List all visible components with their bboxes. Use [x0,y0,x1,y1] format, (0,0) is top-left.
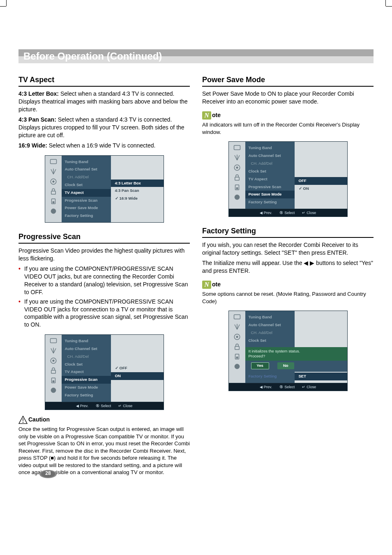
osd-menu-list: Tuning Band Auto Channel Set CH. Add/Del… [62,335,111,402]
osd-menu-list: Tuning Band Auto Channel Set CH. Add/Del… [62,156,111,223]
close-hint: Close [302,210,316,215]
speaker-icon [48,376,59,385]
osd-menu-list: Tuning Band Auto Channel Set CH. Add/Del… [245,142,295,209]
close-hint: Close [302,385,316,389]
note-icon: N [202,281,211,289]
list-item: CH. Add/Del [245,329,295,337]
list-item: Progressive Scan [62,197,111,205]
prev-hint: Prev. [76,403,88,408]
osd-icon-rail [45,156,62,223]
list-item-selected: TV Aspect [62,189,111,197]
yes-button: Yes [251,362,269,369]
progressive-bullets: If you are using the COMPONENT/PROGRESSI… [18,265,190,329]
list-item-selected: Progressive Scan [62,376,111,384]
lock-icon [231,173,243,182]
svg-rect-26 [235,347,239,350]
osd-values [295,311,347,347]
value: 4:3 Pan Scan [111,187,164,195]
list-item: CH. Add/Del [62,173,111,181]
bullet-item: If you are using the COMPONENT/PROGRESSI… [24,298,190,329]
note-label: ote [212,281,221,288]
note-icon: N [202,111,211,120]
factory-p1: If you wish, you can reset the Recorder … [202,241,374,257]
svg-point-22 [235,195,240,200]
dialog-prompt: It initializes the system status. Procee… [245,347,347,361]
tv-icon [48,157,59,166]
svg-rect-16 [234,145,240,150]
psm-text: Set Power Save Mode to ON to place your … [202,90,374,106]
osd-icon-rail [45,335,62,402]
warning-icon [18,416,28,424]
svg-point-2 [52,180,54,182]
list-item: Factory Setting [245,198,295,206]
osd-menu-list: Tuning Band Auto Channel Set CH. Add/Del… [245,311,295,347]
check-icon [299,186,303,191]
text-169-wide: Select when a 16:9 wide TV is connected. [47,142,156,149]
svg-point-21 [236,187,238,189]
label-43-panscan: 4:3 Pan Scan: [18,116,56,123]
osd-factory: Tuning Band Auto Channel Set CH. Add/Del… [228,311,348,391]
note-text: All indicators will turn off in the Reco… [202,121,374,136]
page-title: Before Operation (Continued) [18,51,162,62]
svg-rect-23 [234,315,240,319]
svg-point-18 [236,167,238,169]
lock-icon [231,342,243,351]
list-item: Progressive Scan [245,183,295,191]
value: ON [295,185,347,193]
svg-point-12 [52,380,54,382]
list-item: Auto Channel Set [62,166,111,173]
label-43-letterbox: 4:3 Letter Box: [18,90,59,97]
osd-values: SET [295,372,347,383]
select-hint: Select [279,210,295,215]
disc-icon [48,177,59,186]
progressive-heading: Progressive Scan [18,232,190,244]
list-item: Clock Set [62,181,111,189]
list-item: Factory Setting [245,373,295,380]
osd-progressive: Tuning Band Auto Channel Set CH. Add/Del… [45,334,164,410]
lock-icon [48,187,59,196]
no-button: No [277,362,294,369]
value-selected: SET [295,373,347,380]
psm-heading: Power Save Mode [202,75,374,87]
osd-values: 4:3 Letter Box 4:3 Pan Scan 16:9 Wide [111,156,164,223]
value-selected: ON [111,372,164,380]
page-title-bar: Before Operation (Continued) [18,49,374,63]
select-hint: Select [96,403,111,408]
list-item: Power Save Mode [62,204,111,212]
note-heading: Note [202,281,374,289]
rec-icon [231,362,243,371]
speaker-icon [48,197,59,206]
caution-label: Caution [28,416,50,423]
svg-rect-0 [50,159,56,164]
osd-footer: Prev. Select Close [229,209,347,216]
osd-footer: Prev. Select Close [229,383,347,391]
list-item: Factory Setting [62,391,111,399]
antenna-icon [231,153,243,162]
svg-rect-10 [51,370,55,373]
antenna-icon [231,322,243,332]
tv-aspect-p3: 16:9 Wide: Select when a 16:9 wide TV is… [18,142,190,150]
list-item: Tuning Band [245,313,295,321]
factory-heading: Factory Setting [202,226,374,238]
select-hint: Select [279,385,295,389]
svg-point-9 [52,360,54,362]
check-icon [115,196,120,200]
osd-icon-rail [229,311,245,383]
list-item: CH. Add/Del [62,353,111,361]
list-item: CH. Add/Del [245,160,295,168]
svg-point-29 [235,364,240,369]
list-item: Auto Channel Set [245,152,295,160]
close-hint: Close [118,403,132,408]
page-number: 28 [39,470,57,476]
list-item: Clock Set [62,361,111,368]
speaker-icon [231,352,243,361]
list-item: Power Save Mode [62,384,111,391]
svg-rect-19 [235,177,239,181]
antenna-icon [48,167,59,176]
progressive-intro: Progressive Scan Video provides the high… [18,247,190,263]
osd-footer: Prev. Select Close [45,402,164,410]
tv-icon [231,143,243,152]
note-heading: Note [202,111,374,120]
caution-text: Once the setting for Progressive Scan ou… [18,426,190,476]
prev-hint: Prev. [260,210,272,215]
